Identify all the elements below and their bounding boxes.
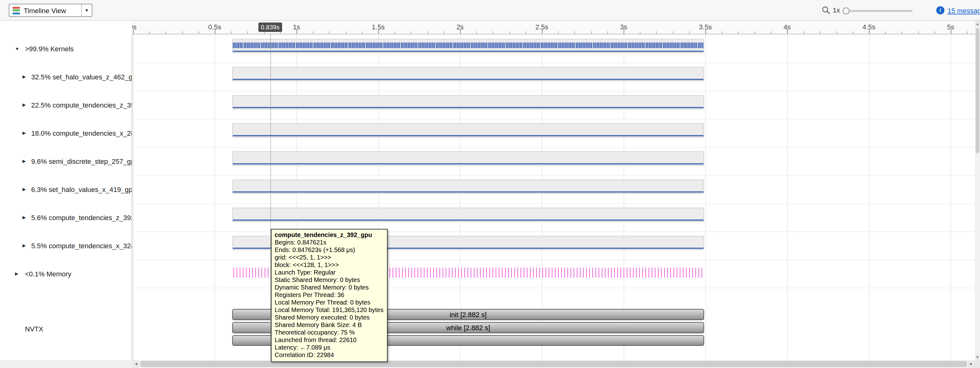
cursor-time-badge: 0.839s	[258, 22, 282, 32]
ruler-tick-mark	[542, 29, 542, 34]
sidebar-row[interactable]: ▶18.0% compute_tendencies_x_286_gpu	[0, 119, 132, 147]
ruler-tick-mark	[705, 29, 706, 34]
tree-collapsed-icon[interactable]: ▶	[22, 243, 26, 248]
kernel-summary-bar	[233, 43, 703, 48]
scroll-down-icon[interactable]: ▼	[975, 354, 980, 360]
ruler-minor-tick	[231, 31, 232, 34]
kernel-activity-line	[233, 191, 703, 193]
tree-collapsed-icon[interactable]: ▶	[22, 187, 26, 192]
tooltip-line: Launched from thread: 22610	[275, 336, 383, 344]
messages-link[interactable]: 15 messages	[948, 7, 980, 14]
sidebar-row-label: 32.5% set_halo_values_z_462_gpu	[31, 73, 132, 80]
kernel-tooltip: compute_tendencies_z_392_gpu Begins: 0.8…	[271, 229, 388, 362]
timeline-canvas[interactable]: init [2.882 s]while [2.882 s]	[132, 34, 975, 360]
chevron-down-icon: ▼	[81, 4, 92, 16]
ruler-minor-tick	[411, 31, 412, 34]
sidebar-row[interactable]: ▶5.6% compute_tendencies_z_392_gpu	[0, 203, 132, 231]
kernel-row-band[interactable]	[232, 179, 704, 194]
tree-collapsed-icon[interactable]: ▶	[22, 130, 26, 135]
row-separator	[132, 119, 975, 120]
row-separator	[132, 62, 975, 63]
view-selector-label: Timeline View	[24, 6, 81, 14]
kernel-row-band[interactable]	[232, 208, 704, 222]
ruler-minor-tick	[738, 31, 739, 34]
row-separator	[132, 203, 975, 204]
tooltip-line: Launch Type: Regular	[275, 269, 383, 277]
scroll-right-icon[interactable]: ►	[967, 360, 975, 368]
sidebar-row[interactable]: ▶5.5% compute_tendencies_x_324_gpu	[0, 231, 132, 259]
tree-collapsed-icon[interactable]: ▶	[22, 102, 26, 107]
grid-line	[705, 34, 706, 360]
kernel-row-band[interactable]	[232, 95, 704, 109]
sidebar-row[interactable]: ▶9.6% semi_discrete_step_257_gpu	[0, 147, 132, 175]
tree-collapsed-icon[interactable]: ▶	[22, 158, 26, 163]
ruler-minor-tick	[754, 31, 755, 34]
tree-expanded-icon[interactable]: ▼	[15, 46, 19, 51]
ruler-tick-mark	[460, 29, 461, 34]
scroll-up-icon[interactable]: ▲	[975, 21, 980, 27]
grid-line	[215, 34, 215, 360]
nsight-timeline-window: Timeline View ▼ 1x i 15 messages 0s0.5s1…	[0, 0, 980, 368]
tooltip-line: Static Shared Memory: 0 bytes	[275, 277, 383, 284]
ruler-minor-tick	[476, 31, 477, 34]
sidebar-row-label: 18.0% compute_tendencies_x_286_gpu	[31, 129, 132, 137]
zoom-slider[interactable]	[843, 10, 913, 12]
tooltip-line: Dynamic Shared Memory: 0 bytes	[275, 284, 383, 291]
tooltip-line: grid: <<<25, 1, 1>>>	[275, 254, 383, 261]
horizontal-scrollbar[interactable]: ◄ ►	[132, 360, 975, 368]
ruler-minor-tick	[199, 31, 199, 34]
sidebar-row[interactable]: ▶<0.1% Memory	[0, 259, 132, 288]
nvtx-label: NVTX	[25, 325, 43, 332]
kernel-activity-line	[233, 135, 703, 136]
ruler-minor-tick	[836, 31, 837, 34]
row-separator	[132, 259, 975, 260]
ruler-minor-tick	[722, 31, 722, 34]
tooltip-body: Begins: 0.847621sEnds: 0.847623s (+1.568…	[275, 239, 383, 359]
sidebar-row-label: 9.6% semi_discrete_step_257_gpu	[31, 157, 132, 165]
statusbar-filler	[0, 360, 132, 368]
ruler-minor-tick	[345, 31, 346, 34]
toolbar: Timeline View ▼ 1x i 15 messages	[0, 0, 980, 21]
ruler-minor-tick	[820, 31, 821, 34]
ruler-minor-tick	[574, 31, 575, 34]
scroll-left-icon[interactable]: ◄	[132, 360, 140, 368]
ruler-tick-mark	[869, 29, 870, 34]
tooltip-line: Begins: 0.847621s	[275, 239, 383, 246]
ruler-tick-mark	[133, 29, 134, 34]
sidebar-row-label: 5.5% compute_tendencies_x_324_gpu	[31, 242, 132, 249]
sidebar-row-label: 6.3% set_halo_values_x_419_gpu	[31, 186, 132, 193]
sidebar-row[interactable]: ▶22.5% compute_tendencies_z_354_gpu	[0, 91, 132, 119]
sidebar-row[interactable]: ▼>99.9% Kernels	[0, 34, 132, 62]
tooltip-line: Local Memory Per Thread: 0 bytes	[275, 299, 383, 306]
tooltip-line: Correlation ID: 22984	[275, 352, 383, 359]
ruler-minor-tick	[509, 31, 510, 34]
sidebar-row[interactable]: ▶32.5% set_halo_values_z_462_gpu	[0, 62, 132, 91]
sidebar-row-nvtx[interactable]: NVTX	[0, 315, 132, 343]
sidebar-row-label: 5.6% compute_tendencies_z_392_gpu	[31, 214, 132, 221]
grid-line	[869, 34, 870, 360]
vertical-scrollbar[interactable]: ▲ ▼	[975, 21, 980, 360]
horizontal-scrollbar-thumb[interactable]	[140, 361, 967, 367]
ruler-minor-tick	[640, 31, 640, 34]
tooltip-line: Local Memory Total: 191,365,120 bytes	[275, 306, 383, 314]
tooltip-line: Registers Per Thread: 36	[275, 291, 383, 299]
tree-collapsed-icon[interactable]: ▶	[15, 271, 18, 276]
zoom-slider-thumb[interactable]	[843, 8, 850, 14]
vertical-scrollbar-thumb[interactable]	[976, 28, 979, 153]
kernel-row-band[interactable]	[232, 39, 704, 53]
view-selector-dropdown[interactable]: Timeline View ▼	[9, 4, 92, 17]
kernel-row-band[interactable]	[232, 123, 704, 138]
info-icon[interactable]: i	[936, 6, 944, 14]
kernel-activity-line	[233, 163, 703, 165]
ruler-tick-mark	[951, 29, 951, 34]
ruler-minor-tick	[771, 31, 772, 34]
kernel-row-band[interactable]	[232, 67, 704, 81]
ruler-minor-tick	[689, 31, 690, 34]
sidebar-row[interactable]: ▶6.3% set_halo_values_x_419_gpu	[0, 175, 132, 203]
zoom-level-label: 1x	[833, 6, 840, 14]
kernel-row-band[interactable]	[232, 151, 704, 166]
tree-collapsed-icon[interactable]: ▶	[22, 215, 26, 220]
ruler-minor-tick	[362, 31, 363, 34]
zoom-icon	[821, 6, 830, 14]
tree-collapsed-icon[interactable]: ▶	[22, 74, 26, 79]
